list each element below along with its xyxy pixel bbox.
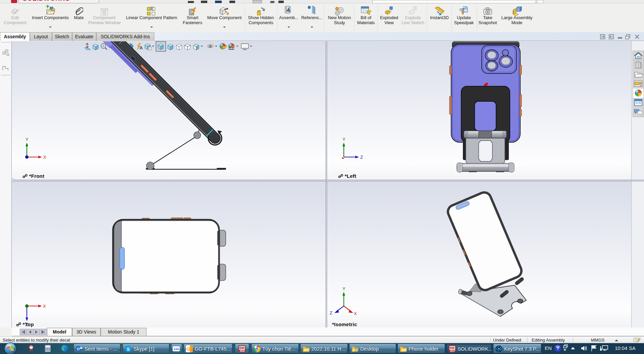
svg-text:X: X (43, 155, 46, 160)
svg-text:Y: Y (342, 137, 345, 142)
svg-text:Y: Y (342, 286, 345, 291)
svg-text:2020: 2020 (240, 350, 245, 352)
svg-text:S: S (127, 347, 130, 352)
svg-text:G: G (186, 346, 190, 352)
svg-text:Z: Z (360, 155, 363, 160)
svg-text:?: ? (556, 346, 559, 351)
svg-text:SW: SW (239, 346, 245, 350)
svg-text:SW: SW (450, 346, 455, 350)
svg-text:A: A (140, 45, 143, 50)
svg-text:Z: Z (330, 310, 332, 315)
svg-text:X: X (43, 304, 46, 309)
svg-text:Zalo: Zalo (174, 347, 179, 351)
svg-text:2017: 2017 (450, 350, 455, 352)
svg-text:X: X (354, 311, 357, 316)
svg-text:Y: Y (25, 137, 29, 142)
svg-text:O: O (77, 347, 80, 351)
